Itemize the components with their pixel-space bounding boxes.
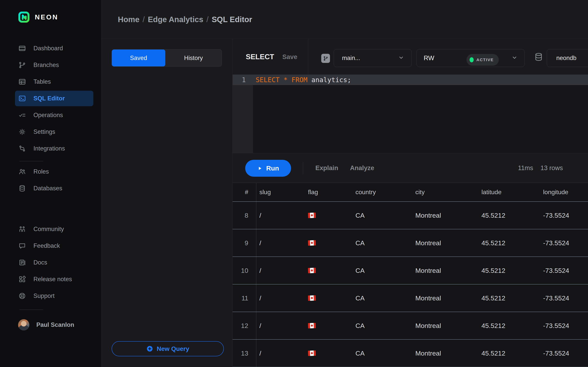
users-icon (18, 167, 26, 176)
table-header-row: # slug flag country city latitude longit… (233, 183, 588, 202)
tab-history[interactable]: History (165, 50, 222, 67)
cell-slug: / (256, 239, 305, 247)
logo-wordmark: NEON (35, 13, 58, 21)
save-button[interactable]: Save (282, 53, 297, 61)
line-number: 1 (233, 76, 246, 84)
gear-icon (18, 128, 26, 136)
sidebar-item-support[interactable]: Support (15, 288, 93, 304)
compute-select-value: RW (424, 54, 434, 62)
new-query-button[interactable]: New Query (112, 341, 224, 356)
sidebar-item-label: Roles (34, 168, 49, 175)
cell-slug: / (256, 350, 305, 357)
compute-select[interactable]: RW ACTIVE (416, 49, 525, 67)
analyze-button[interactable]: Analyze (350, 153, 374, 183)
cell-flag (305, 267, 352, 273)
column-header-city[interactable]: city (412, 189, 478, 196)
cell-latitude: 45.5212 (478, 294, 540, 302)
sidebar-item-sql-editor[interactable]: SQL Editor (15, 91, 93, 106)
breadcrumb-project[interactable]: Edge Analytics (148, 15, 203, 24)
table-row[interactable]: 10 / CA Montreal 45.5212 -73.5524 (233, 257, 588, 284)
run-label: Run (266, 165, 279, 172)
user-name: Paul Scanlon (36, 321, 74, 328)
sidebar-item-branches[interactable]: Branches (15, 57, 93, 73)
results-toolbar: Run Explain Analyze 11ms 13 rows (233, 153, 588, 183)
cell-country: CA (352, 239, 412, 247)
table-row[interactable]: 8 / CA Montreal 45.5212 -73.5524 (233, 202, 588, 229)
database-select[interactable]: neondb (547, 49, 588, 67)
query-list-toggle: Saved History (112, 49, 222, 67)
sidebar-item-docs[interactable]: Docs (15, 255, 93, 270)
sidebar-item-operations[interactable]: Operations (15, 107, 93, 123)
cell-num: 9 (233, 229, 256, 257)
active-status-dot (470, 57, 474, 62)
column-header-longitude[interactable]: longitude (540, 189, 588, 196)
column-header-slug[interactable]: slug (256, 189, 305, 196)
cell-country: CA (352, 350, 412, 357)
table-icon (18, 78, 26, 86)
branch-button[interactable] (321, 54, 330, 63)
terminal-icon (18, 94, 26, 102)
breadcrumb: Home / Edge Analytics / SQL Editor (118, 0, 252, 39)
sidebar-item-roles[interactable]: Roles (15, 164, 93, 179)
sidebar-nav: Dashboard Branches Tables SQL Editor (0, 39, 101, 331)
cell-num: 12 (233, 312, 256, 339)
canada-flag-icon (308, 295, 316, 301)
breadcrumb-home[interactable]: Home (118, 15, 139, 24)
sidebar-item-integrations[interactable]: Integrations (15, 141, 93, 156)
cell-num: 8 (233, 202, 256, 229)
sidebar-item-settings[interactable]: Settings (15, 124, 93, 140)
canada-flag-icon (308, 323, 316, 329)
cell-latitude: 45.5212 (478, 322, 540, 330)
dashboard-icon (18, 44, 26, 52)
editor-toolbar: SELECT Save main... RW ACTIVE (233, 39, 588, 75)
sidebar-divider (19, 161, 43, 161)
column-header-country[interactable]: country (352, 189, 412, 196)
row-count: 13 rows (540, 153, 563, 183)
user-menu[interactable]: Paul Scanlon (18, 319, 101, 331)
table-row[interactable]: 13 / CA Montreal 45.5212 -73.5524 (233, 340, 588, 367)
sidebar-item-community[interactable]: Community (15, 221, 93, 237)
column-header-flag[interactable]: flag (305, 189, 352, 196)
cell-city: Montreal (412, 322, 478, 330)
branch-select-value: main... (342, 55, 360, 62)
sidebar-item-label: SQL Editor (34, 95, 65, 102)
git-branch-icon (18, 61, 26, 69)
cell-num: 11 (233, 284, 256, 312)
community-icon (18, 225, 26, 233)
breadcrumb-current: SQL Editor (212, 15, 252, 24)
cell-longitude: -73.5524 (540, 239, 588, 247)
sidebar-item-label: Community (34, 226, 64, 233)
cell-longitude: -73.5524 (540, 267, 588, 274)
code-editor[interactable]: 1 SELECT * FROM analytics; (233, 75, 588, 153)
status-badge: ACTIVE (467, 54, 499, 66)
table-row[interactable]: 9 / CA Montreal 45.5212 -73.5524 (233, 229, 588, 257)
canada-flag-icon (308, 240, 316, 246)
table-row[interactable]: 11 / CA Montreal 45.5212 -73.5524 (233, 284, 588, 312)
sidebar-item-dashboard[interactable]: Dashboard (15, 41, 93, 56)
column-header-latitude[interactable]: latitude (478, 189, 540, 196)
tab-saved[interactable]: Saved (112, 50, 165, 67)
cell-city: Montreal (412, 212, 478, 219)
cell-flag (305, 350, 352, 356)
neon-logo[interactable]: NEON (18, 11, 58, 23)
run-button[interactable]: Run (245, 160, 291, 177)
toolbar-divider (303, 162, 303, 174)
sidebar-item-label: Feedback (34, 242, 60, 249)
sidebar-item-tables[interactable]: Tables (15, 74, 93, 90)
new-query-label: New Query (157, 345, 189, 352)
sidebar-item-release-notes[interactable]: Release notes (15, 271, 93, 287)
column-header-num[interactable]: # (233, 183, 256, 201)
explain-button[interactable]: Explain (315, 153, 338, 183)
sidebar-item-feedback[interactable]: Feedback (15, 238, 93, 254)
chevron-down-icon (511, 55, 518, 61)
table-row[interactable]: 12 / CA Montreal 45.5212 -73.5524 (233, 312, 588, 340)
docs-icon (18, 259, 26, 267)
cell-longitude: -73.5524 (540, 294, 588, 302)
cell-flag (305, 240, 352, 246)
active-status-label: ACTIVE (476, 58, 494, 62)
branch-select[interactable]: main... (334, 49, 412, 67)
breadcrumb-separator: / (207, 15, 209, 24)
cell-country: CA (352, 294, 412, 302)
sidebar-item-databases[interactable]: Databases (15, 181, 93, 196)
git-branch-icon (323, 56, 329, 61)
